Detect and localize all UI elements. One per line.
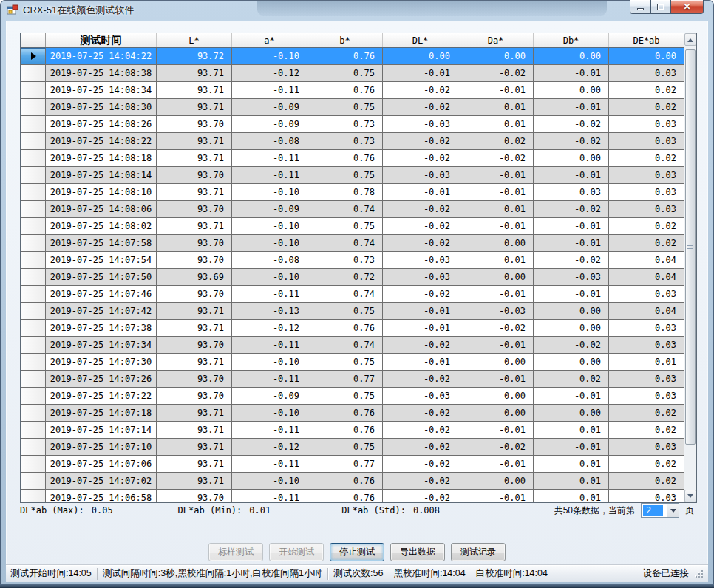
grid-cell[interactable]: 0.04: [609, 303, 684, 319]
row-header-cell[interactable]: [21, 82, 46, 98]
grid-cell[interactable]: 93.71: [157, 422, 232, 438]
grid-cell[interactable]: 0.78: [307, 184, 383, 200]
row-header-cell[interactable]: [21, 184, 46, 200]
grid-cell[interactable]: 0.76: [307, 320, 383, 336]
grid-cell[interactable]: 0.03: [609, 167, 684, 183]
grid-cell[interactable]: -0.11: [232, 82, 307, 98]
grid-cell[interactable]: 0.04: [609, 252, 684, 268]
grid-cell[interactable]: -0.01: [383, 184, 458, 200]
grid-cell[interactable]: 0.76: [307, 405, 383, 421]
table-row[interactable]: 2019-07-25 14:08:0693.70-0.090.74-0.020.…: [21, 201, 684, 218]
grid-cell[interactable]: 0.73: [307, 116, 383, 132]
row-header-cell[interactable]: [21, 354, 46, 370]
combo-dropdown-button[interactable]: [667, 504, 679, 517]
column-header-a[interactable]: a*: [232, 33, 307, 47]
row-header-cell[interactable]: [21, 456, 46, 472]
row-header-cell[interactable]: [21, 473, 46, 489]
grid-cell[interactable]: 93.71: [157, 439, 232, 455]
grid-cell[interactable]: 0.02: [534, 371, 609, 387]
grid-cell[interactable]: 93.71: [157, 150, 232, 166]
grid-cell[interactable]: -0.02: [534, 201, 609, 217]
row-header-cell[interactable]: [21, 167, 46, 183]
grid-cell[interactable]: -0.01: [534, 99, 609, 115]
grid-cell[interactable]: 93.70: [157, 167, 232, 183]
stop-test-button[interactable]: 停止测试: [330, 543, 384, 561]
row-header-cell[interactable]: [21, 133, 46, 149]
grid-cell[interactable]: -0.03: [383, 269, 458, 285]
grid-cell[interactable]: 93.72: [157, 48, 232, 64]
row-header-cell[interactable]: [21, 422, 46, 438]
grid-cell[interactable]: 2019-07-25 14:08:22: [46, 133, 157, 149]
column-header-dl[interactable]: DL*: [383, 33, 458, 47]
grid-cell[interactable]: 0.03: [609, 65, 684, 81]
grid-cell[interactable]: 0.75: [307, 65, 383, 81]
grid-cell[interactable]: 0.02: [609, 473, 684, 489]
grid-cell[interactable]: 0.00: [609, 48, 684, 64]
grid-cell[interactable]: 0.74: [307, 286, 383, 302]
grid-cell[interactable]: -0.02: [383, 490, 458, 502]
grid-cell[interactable]: -0.02: [383, 473, 458, 489]
row-header-cell[interactable]: [21, 235, 46, 251]
table-row[interactable]: 2019-07-25 14:08:3893.71-0.120.75-0.01-0…: [21, 65, 684, 82]
grid-cell[interactable]: 0.77: [307, 456, 383, 472]
grid-cell[interactable]: 0.02: [609, 99, 684, 115]
grid-cell[interactable]: 93.71: [157, 473, 232, 489]
table-row[interactable]: 2019-07-25 14:07:3093.71-0.100.75-0.010.…: [21, 354, 684, 371]
grid-cell[interactable]: 0.03: [609, 337, 684, 353]
grid-cell[interactable]: -0.02: [458, 439, 534, 455]
grid-cell[interactable]: 0.01: [458, 99, 534, 115]
grid-cell[interactable]: 2019-07-25 14:08:14: [46, 167, 157, 183]
grid-cell[interactable]: 0.75: [307, 99, 383, 115]
grid-cell[interactable]: -0.03: [383, 388, 458, 404]
grid-cell[interactable]: -0.08: [232, 252, 307, 268]
export-data-button[interactable]: 导出数据: [390, 543, 445, 561]
grid-cell[interactable]: 93.70: [157, 371, 232, 387]
grid-cell[interactable]: 0.75: [307, 167, 383, 183]
grid-cell[interactable]: 93.71: [157, 99, 232, 115]
grid-cell[interactable]: 0.76: [307, 48, 383, 64]
grid-cell[interactable]: 93.71: [157, 320, 232, 336]
grid-cell[interactable]: 2019-07-25 14:08:38: [46, 65, 157, 81]
grid-cell[interactable]: -0.02: [383, 286, 458, 302]
scrollbar-track[interactable]: [684, 46, 696, 490]
row-header-cell[interactable]: [21, 201, 46, 217]
grid-cell[interactable]: -0.01: [458, 184, 534, 200]
grid-cell[interactable]: 0.00: [534, 303, 609, 319]
grid-cell[interactable]: -0.02: [383, 439, 458, 455]
grid-cell[interactable]: 0.00: [534, 354, 609, 370]
grid-cell[interactable]: 0.03: [609, 320, 684, 336]
grid-cell[interactable]: 0.00: [534, 150, 609, 166]
table-row[interactable]: 2019-07-25 14:07:1893.71-0.100.76-0.020.…: [21, 405, 684, 422]
grid-cell[interactable]: 0.04: [609, 269, 684, 285]
grid-cell[interactable]: 0.01: [534, 422, 609, 438]
grid-cell[interactable]: 0.76: [307, 150, 383, 166]
grid-cell[interactable]: 0.03: [609, 490, 684, 502]
grid-cell[interactable]: -0.01: [458, 422, 534, 438]
grid-cell[interactable]: 2019-07-25 14:07:42: [46, 303, 157, 319]
grid-cell[interactable]: -0.10: [232, 269, 307, 285]
page-select[interactable]: 2: [641, 503, 679, 518]
table-row[interactable]: 2019-07-25 14:08:1493.70-0.110.75-0.03-0…: [21, 167, 684, 184]
grid-cell[interactable]: 0.75: [307, 354, 383, 370]
row-header-cell[interactable]: [21, 218, 46, 234]
grid-cell[interactable]: 2019-07-25 14:07:50: [46, 269, 157, 285]
test-records-button[interactable]: 测试记录: [451, 543, 506, 561]
grid-cell[interactable]: -0.10: [232, 354, 307, 370]
grid-cell[interactable]: -0.11: [232, 150, 307, 166]
table-row[interactable]: 2019-07-25 14:07:5893.70-0.100.74-0.020.…: [21, 235, 684, 252]
grid-cell[interactable]: 0.00: [458, 354, 534, 370]
grid-cell[interactable]: 93.71: [157, 65, 232, 81]
grid-cell[interactable]: 0.00: [383, 48, 458, 64]
table-row[interactable]: 2019-07-25 14:08:3493.71-0.110.76-0.02-0…: [21, 82, 684, 99]
maximize-button[interactable]: [650, 0, 671, 14]
grid-cell[interactable]: -0.13: [232, 303, 307, 319]
grid-cell[interactable]: -0.02: [383, 371, 458, 387]
column-header-time[interactable]: 测试时间: [46, 33, 157, 47]
grid-cell[interactable]: -0.02: [383, 82, 458, 98]
grid-cell[interactable]: 2019-07-25 14:07:14: [46, 422, 157, 438]
grid-cell[interactable]: -0.11: [232, 167, 307, 183]
row-header-cell[interactable]: [21, 269, 46, 285]
grid-cell[interactable]: -0.01: [534, 65, 609, 81]
row-header-cell[interactable]: [21, 48, 46, 64]
grid-cell[interactable]: 93.71: [157, 303, 232, 319]
